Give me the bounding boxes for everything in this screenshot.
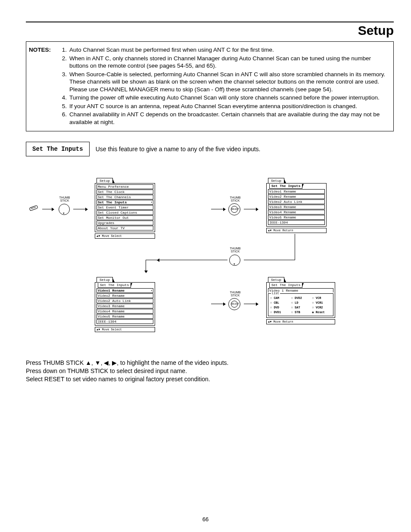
note-4: Turning the power off while executing Au… — [69, 94, 388, 102]
set-the-inputs-heading: Set The Inputs — [26, 142, 90, 156]
notes-label: NOTES: — [29, 46, 57, 127]
note-5: If your ANT C source is an antenna, repe… — [69, 103, 388, 110]
thumb-stick-label-3: THUMB STICK — [228, 247, 243, 253]
select-button-icon: SELECT — [228, 203, 240, 215]
description-text: Press THUMB STICK ▲, ▼, ◀, ▶, to highlig… — [26, 359, 394, 383]
page-number: 66 — [0, 516, 411, 523]
notes-list: 1.Auto Channel Scan must be performed fi… — [57, 46, 388, 127]
thumb-stick-icon: ▼ — [59, 204, 70, 215]
note-6: Channel availability in ANT C depends on… — [69, 111, 388, 126]
notes-box: NOTES: 1.Auto Channel Scan must be perfo… — [26, 41, 394, 131]
set-inputs-submenu: Setup Set The Inputs Video1 Rename Video… — [266, 178, 327, 233]
thumb-stick-icon-2: ▼ — [229, 255, 240, 266]
set-the-inputs-desc: Use this feature to give a name to any o… — [96, 146, 261, 152]
select-button-icon-2: SELECT — [228, 298, 240, 310]
menu-chip: MENU — [29, 205, 38, 211]
page-title: Setup — [26, 23, 394, 38]
header-rule — [26, 22, 394, 22]
note-2: When in ANT C, only channels stored in C… — [69, 55, 388, 70]
set-inputs-submenu-2 — [95, 178, 155, 277]
note-3: When Source-Cable is selected, performin… — [69, 71, 388, 93]
video1-rename-list: Setup Set The Inputs Video 1 Rename CAMD… — [266, 277, 335, 324]
thumb-stick-label-2: THUMB STICK — [228, 196, 243, 202]
menu-flow-diagram: MENU THUMB STICK ▼ Setup Menu Preference… — [26, 178, 394, 346]
note-1: Auto Channel Scan must be performed firs… — [69, 46, 388, 54]
thumb-stick-label-1: THUMB STICK — [57, 196, 72, 202]
thumb-stick-label-4: THUMB STICK — [228, 291, 243, 297]
